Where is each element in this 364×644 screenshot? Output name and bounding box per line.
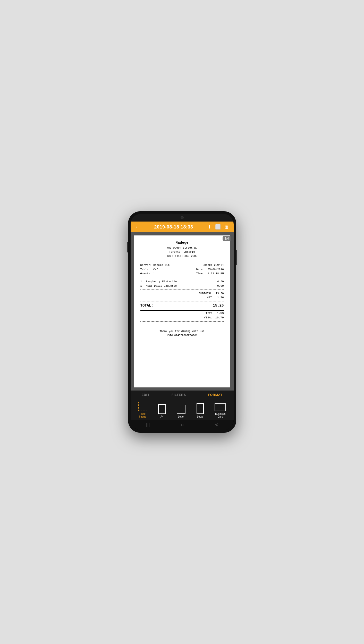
share-button[interactable]: ⬆ <box>208 224 211 230</box>
receipt-paper: Nadege 780 Queen Street W. Toronto, Onta… <box>134 235 230 387</box>
item-2-qty: 1 <box>140 284 144 288</box>
time-info: Time : 1:22:18 PM <box>196 272 224 276</box>
store-address-2: Toronto, Ontario <box>140 250 224 254</box>
business-card-icon-wrapper <box>215 403 226 411</box>
a4-label: A4 <box>160 415 164 418</box>
nav-icon-group: ⬆ ⬜ 🗑 <box>208 224 229 230</box>
date-info: Date : 05/06/2016 <box>196 267 224 272</box>
tab-filters[interactable]: FILTERS <box>172 393 186 398</box>
receipt-header: Nadege 780 Queen Street W. Toronto, Onta… <box>140 240 224 258</box>
format-a4[interactable]: A4 <box>158 404 166 418</box>
server-info: Server: nicole kim <box>140 263 170 267</box>
tip-label: TIP: <box>140 311 213 316</box>
table-info: Table : C/C <box>140 267 158 272</box>
toolbar-tabs: EDIT FILTERS FORMAT <box>131 391 234 399</box>
divider-5 <box>140 321 224 322</box>
visa-value: 16.79 <box>213 316 224 320</box>
format-legal[interactable]: Legal <box>197 403 204 418</box>
delete-button[interactable]: 🗑 <box>224 224 229 230</box>
items-list: 1 Raspberry Pistachio 4.50 1 Meat Daily … <box>140 279 224 288</box>
nav-home-icon[interactable]: ○ <box>181 422 184 428</box>
side-button-left <box>127 242 128 252</box>
divider-4 <box>140 301 224 301</box>
a4-icon-wrapper <box>158 404 166 414</box>
letter-label: Letter <box>178 415 185 418</box>
tab-format[interactable]: FORMAT <box>208 393 222 398</box>
item-2-price: 9.00 <box>214 284 224 288</box>
guests-info: Guests: 1 <box>140 272 155 276</box>
store-address-3: Tel: (416) 368-2009 <box>140 254 224 258</box>
visa-label: VISA: <box>140 316 213 320</box>
double-divider <box>140 310 224 311</box>
top-nav: ← 2019-08-18 18:33 ⬆ ⬜ 🗑 <box>131 222 234 232</box>
business-card-label: BusinessCard <box>215 412 226 418</box>
receipt-footer: Thank you for dining with us! HST# 82457… <box>140 329 224 337</box>
total-value: 15.26 <box>213 303 224 309</box>
divider-2 <box>140 278 224 278</box>
item-row-2: 1 Meat Daily Baguette 9.00 <box>140 284 224 288</box>
item-1-qty: 1 <box>140 279 144 284</box>
footer-line-2: HST# 824579890RP0001 <box>140 334 224 338</box>
page-title: 2019-08-18 18:33 <box>154 224 193 230</box>
tip-value: 1.53 <box>213 311 224 316</box>
back-button[interactable]: ← <box>135 224 140 230</box>
camera-bar <box>131 214 234 222</box>
hst-value: 1.76 <box>214 295 224 300</box>
phone-screen: ← 2019-08-18 18:33 ⬆ ⬜ 🗑 1/4 Nadege 780 … <box>131 214 234 430</box>
store-name: Nadege <box>140 240 224 246</box>
tip-row: TIP: 1.53 <box>140 311 224 316</box>
letter-icon-wrapper <box>177 405 185 414</box>
total-row: TOTAL: 15.26 <box>140 303 224 309</box>
format-business-card[interactable]: BusinessCard <box>215 403 226 418</box>
format-options: Fit toimage A4 Letter <box>131 399 234 420</box>
bottom-toolbar: EDIT FILTERS FORMAT Fit toimage A4 <box>131 391 234 420</box>
nav-back-icon[interactable]: < <box>215 422 218 428</box>
visa-row: VISA: 16.79 <box>140 316 224 320</box>
export-button[interactable]: ⬜ <box>215 224 221 230</box>
store-address-1: 780 Queen Street W. <box>140 246 224 250</box>
a4-icon <box>158 404 166 414</box>
item-2-name: Meat Daily Baguette <box>144 284 214 288</box>
system-nav-bar: ||| ○ < <box>131 420 234 430</box>
hst-label: HST: <box>140 295 214 300</box>
check-info: Check: 229464 <box>203 263 224 267</box>
item-row-1: 1 Raspberry Pistachio 4.50 <box>140 279 224 284</box>
item-1-name: Raspberry Pistachio <box>144 279 214 284</box>
hst-row: HST: 1.76 <box>140 295 224 300</box>
subtotal-row: SUBTOTAL: 13.50 <box>140 291 224 295</box>
camera-dot <box>181 216 184 219</box>
format-letter[interactable]: Letter <box>177 405 185 418</box>
total-label: TOTAL: <box>140 303 153 309</box>
divider-3 <box>140 290 224 290</box>
tab-edit[interactable]: EDIT <box>141 393 149 398</box>
subtotal-label: SUBTOTAL: <box>140 291 214 295</box>
subtotal-value: 13.50 <box>214 291 224 295</box>
legal-label: Legal <box>197 415 203 418</box>
fit-to-image-icon <box>138 402 147 411</box>
fit-label: Fit toimage <box>139 412 146 418</box>
legal-icon-wrapper <box>197 403 204 414</box>
side-button-right <box>236 250 237 265</box>
footer-line-1: Thank you for dining with us! <box>140 329 224 334</box>
page-counter: 1/4 <box>223 236 231 241</box>
nav-menu-icon[interactable]: ||| <box>146 422 150 428</box>
receipt-info: Server: nicole kim Check: 229464 Table :… <box>140 263 224 276</box>
business-card-icon <box>215 403 226 411</box>
item-1-price: 4.50 <box>214 279 224 284</box>
receipt-area: 1/4 Nadege 780 Queen Street W. Toronto, … <box>131 232 234 391</box>
legal-icon <box>197 403 204 414</box>
divider-1 <box>140 261 224 261</box>
format-fit-to-image[interactable]: Fit toimage <box>138 402 147 418</box>
fit-icon-wrapper <box>138 402 147 411</box>
phone-device: ← 2019-08-18 18:33 ⬆ ⬜ 🗑 1/4 Nadege 780 … <box>128 211 236 433</box>
letter-icon <box>177 405 185 414</box>
